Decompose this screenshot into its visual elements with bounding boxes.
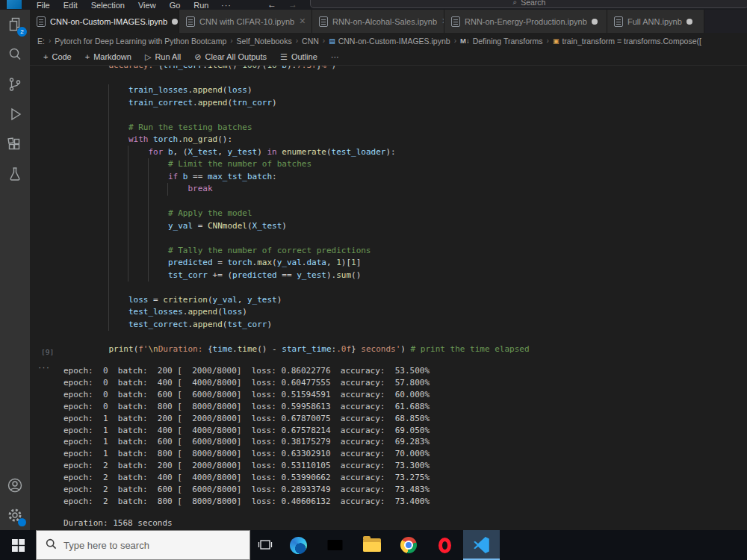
menu-item-file[interactable]: File [31,1,55,10]
notebook-file-icon [451,16,460,27]
command-center-search[interactable]: ⌕ Search [310,0,747,8]
taskbar-search-input[interactable]: Type here to search [36,530,250,560]
toolbar-icon: + [85,52,90,61]
windows-taskbar: Type here to search [0,530,747,560]
testing-icon[interactable] [0,159,30,189]
output-line: epoch: 0 batch: 600 [ 6000/8000] loss: 0… [63,389,430,401]
code-cell[interactable]: accuracy: {trn_corr.item()*100/(10*b):7.… [89,66,530,355]
toolbar-markdown-button[interactable]: +Markdown [79,51,137,63]
edge-icon[interactable] [280,530,317,560]
run-and-debug-icon[interactable] [0,99,30,129]
explorer-icon[interactable]: 2 [0,10,30,40]
task-view-button[interactable] [250,530,280,560]
chevron-right-icon: › [296,37,298,45]
toolbar-label: Run All [155,52,181,61]
toolbar-icon: ⊘ [194,52,201,62]
output-line: epoch: 1 batch: 400 [ 4000/8000] loss: 0… [63,425,430,437]
notebook-file-icon [319,16,328,27]
search-sidebar-icon[interactable] [0,40,30,69]
code-line [89,109,530,122]
code-line: train_correct.append(trn_corr) [89,97,530,110]
toolbar-icon: ☰ [280,52,288,62]
menu-item-selection[interactable]: Selection [86,1,130,10]
mail-icon[interactable] [317,530,353,560]
menu-overflow-button[interactable]: ··· [221,0,232,10]
breadcrumb-label: Self_Notebooks [237,37,292,46]
toolbar-icon: ▷ [145,52,151,62]
taskbar-search-placeholder: Type here to search [63,540,149,551]
chevron-right-icon: › [323,37,325,45]
code-line: with torch.no_grad(): [89,134,530,146]
toolbar---button[interactable]: ··· [325,51,345,63]
breadcrumb-item[interactable]: M↓Defining Transforms [459,37,545,46]
breadcrumb-item[interactable]: ▤CNN-on-Custom-IMAGES.ipynb [327,37,451,46]
notebook-file-icon [614,16,623,27]
dirty-dot-icon [592,19,598,25]
breadcrumb-item[interactable]: CNN [300,37,320,46]
cell-actions-button[interactable]: ··· [38,361,50,373]
code-line [89,196,530,208]
settings-gear-icon[interactable] [0,500,30,530]
breadcrumb-item[interactable]: ▣train_transform = transforms.Compose([ [551,37,703,46]
toolbar-label: ··· [331,52,339,61]
output-line: epoch: 2 batch: 200 [ 2000/8000] loss: 0… [63,460,430,472]
tab-label: CNN-on-Custom-IMAGES.ipynb [50,17,167,26]
chrome-icon[interactable] [390,530,427,560]
breadcrumb: E:›Pytorch for Deep Learning with Python… [30,33,747,49]
tab[interactable]: RNN-on-Alcohal-Sales.ipynb✕ [312,10,444,33]
source-control-icon[interactable] [0,69,30,99]
close-icon[interactable]: ✕ [299,16,306,26]
output-line: epoch: 2 batch: 800 [ 8000/8000] loss: 0… [63,496,430,508]
breadcrumb-label: CNN-on-Custom-IMAGES.ipynb [338,37,450,46]
output-line: epoch: 0 batch: 200 [ 2000/8000] loss: 0… [63,365,430,377]
menu-item-go[interactable]: Go [164,1,186,10]
toolbar-outline-button[interactable]: ☰Outline [274,51,323,63]
symbol-icon: ▣ [553,37,560,45]
dirty-dot-icon [172,19,178,25]
code-line: if b == max_tst_batch: [89,171,530,184]
notebook-toolbar: +Code+Markdown▷Run All⊘Clear All Outputs… [30,49,747,66]
breadcrumb-item[interactable]: E: [36,37,46,46]
opera-icon[interactable] [427,530,463,560]
start-button[interactable] [0,530,36,560]
code-line: test_losses.append(loss) [89,306,530,319]
tab[interactable]: CNN with CIFAR-10.ipynb✕ [179,10,312,33]
menu-item-run[interactable]: Run [188,1,214,10]
output-line: epoch: 2 batch: 600 [ 6000/8000] loss: 0… [63,484,430,496]
code-line: accuracy: {trn_corr.item()*100/(10*b):7.… [89,66,530,72]
explorer-badge: 2 [17,27,27,37]
toolbar-clear-all-outputs-button[interactable]: ⊘Clear All Outputs [188,51,273,63]
tab[interactable]: Full ANN.ipynb [607,10,704,33]
toolbar-run-all-button[interactable]: ▷Run All [139,51,187,63]
chevron-right-icon: › [547,37,549,45]
tab[interactable]: CNN-on-Custom-IMAGES.ipynb [30,10,179,33]
toolbar-code-button[interactable]: +Code [37,51,78,63]
breadcrumb-label: E: [37,37,45,46]
forward-icon[interactable]: → [288,0,297,10]
search-label: Search [521,0,545,7]
activity-bar: 2 [0,10,30,530]
account-icon[interactable] [0,470,30,500]
code-line: # Apply the model [89,208,530,220]
tab[interactable]: RNN-on-Energy-Production.ipynb [444,10,607,33]
tab-label: RNN-on-Energy-Production.ipynb [465,17,587,26]
extensions-icon[interactable] [0,129,30,159]
cell-output: epoch: 0 batch: 200 [ 2000/8000] loss: 0… [63,365,430,508]
toolbar-label: Code [52,52,71,61]
settings-badge [18,518,26,526]
menu-item-view[interactable]: View [133,1,161,10]
code-line: # Limit the number of batches [89,158,530,171]
output-line: epoch: 1 batch: 800 [ 8000/8000] loss: 0… [63,448,430,460]
vscode-window: FileEditSelectionViewGoRun ··· ← → ⌕ Sea… [0,0,747,560]
breadcrumb-item[interactable]: Pytorch for Deep Learning with Python Bo… [53,37,228,46]
editor-area[interactable]: accuracy: {trn_corr.item()*100/(10*b):7.… [30,66,747,530]
code-line [89,72,530,85]
file-explorer-icon[interactable] [353,530,390,560]
menu-item-edit[interactable]: Edit [58,1,83,10]
vscode-taskbar-icon[interactable] [463,530,500,560]
back-icon[interactable]: ← [267,0,276,10]
output-line: epoch: 2 batch: 400 [ 4000/8000] loss: 0… [63,472,430,484]
breadcrumb-item[interactable]: Self_Notebooks [235,37,294,46]
breadcrumb-label: Defining Transforms [473,37,543,46]
breadcrumb-label: train_transform = transforms.Compose([ [562,37,701,46]
